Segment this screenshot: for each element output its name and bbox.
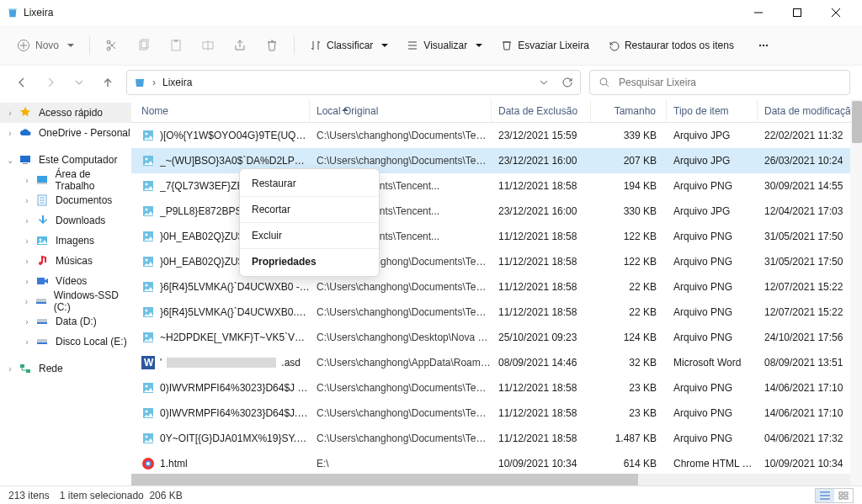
ctx-restore[interactable]: Restaurar — [240, 172, 379, 194]
sort-button[interactable]: Classificar — [301, 31, 396, 60]
sidebar-item-imagens[interactable]: ›Imagens — [0, 231, 131, 251]
col-name[interactable]: Nome — [141, 99, 310, 122]
ctx-properties[interactable]: Propriedades — [240, 251, 379, 273]
sidebar-item-data-d-[interactable]: ›Data (D:) — [0, 311, 131, 332]
rename-icon — [201, 39, 215, 52]
svg-text:W: W — [144, 357, 154, 369]
svg-point-51 — [146, 385, 148, 388]
search-input[interactable] — [617, 76, 841, 89]
status-selection: 1 item selecionado 206 KB — [60, 490, 183, 501]
copy-button[interactable] — [129, 31, 159, 60]
trash-icon — [501, 40, 513, 51]
svg-rect-16 — [37, 183, 47, 184]
more-button[interactable] — [749, 31, 778, 60]
table-row[interactable]: 0)IWVRMPFI64%3023}D64$J.pngC:\Users\chan… — [131, 401, 862, 426]
svg-point-47 — [146, 335, 148, 337]
breadcrumb[interactable]: Lixeira — [162, 77, 192, 88]
more-icon — [758, 40, 769, 51]
paste-button[interactable] — [161, 31, 191, 60]
sidebar-item-acesso-r-pido[interactable]: ›Acesso rápido — [0, 103, 131, 123]
sidebar-item--rea-de-trabalho[interactable]: ›Área de Trabalho — [0, 170, 131, 190]
search-box[interactable] — [589, 70, 850, 95]
search-icon — [599, 77, 610, 88]
scissors-icon — [105, 39, 119, 52]
sidebar-item-label: Documentos — [56, 194, 112, 206]
col-mod[interactable]: Data de modificaçã — [758, 99, 862, 122]
plus-circle-icon — [17, 39, 30, 52]
svg-rect-59 — [839, 492, 843, 495]
table-row[interactable]: }6[R4}5LVMKA(}`D4UCWXB0.pngC:\Users\chan… — [131, 300, 862, 325]
svg-rect-60 — [844, 492, 848, 495]
column-headers[interactable]: Nome Local Original Data de Exclusão Tam… — [131, 99, 862, 123]
sidebar-item-rede[interactable]: ›Rede — [0, 358, 131, 379]
share-button[interactable] — [225, 31, 255, 60]
sidebar-item-este-computador[interactable]: ⌄Este Computador — [0, 150, 131, 170]
forward-button[interactable] — [40, 72, 61, 93]
view-button[interactable]: Visualizar — [398, 31, 491, 60]
svg-rect-25 — [37, 322, 47, 324]
table-row[interactable]: )[O%{Y1W$OYO04G}9TE(UQP.jpgC:\Users\chan… — [131, 123, 862, 148]
svg-rect-15 — [37, 176, 47, 183]
table-row[interactable]: 1.htmlE:\10/09/2021 10:34614 KBChrome HT… — [131, 451, 862, 474]
svg-rect-21 — [37, 278, 45, 284]
close-button[interactable] — [817, 0, 855, 25]
sidebar-item-label: Área de Trabalho — [56, 168, 131, 192]
sidebar-item-label: Windows-SSD (C:) — [54, 289, 131, 313]
table-row[interactable]: }6[R4}5LVMKA(}`D4UCWXB0 - Copi...C:\User… — [131, 274, 862, 300]
rename-button[interactable] — [193, 31, 223, 60]
horizontal-scrollbar[interactable] — [131, 474, 855, 485]
svg-point-58 — [146, 462, 150, 465]
table-row[interactable]: W'.asdC:\Users\changhong\AppData\Roaming… — [131, 350, 862, 375]
view-toggle[interactable] — [815, 488, 854, 503]
svg-point-37 — [146, 209, 148, 211]
sidebar-item-windows-ssd-c-[interactable]: ›Windows-SSD (C:) — [0, 291, 131, 311]
svg-point-41 — [146, 259, 148, 262]
address-bar[interactable]: › Lixeira — [126, 70, 581, 95]
sidebar-item-m-sicas[interactable]: ›Músicas — [0, 251, 131, 271]
empty-bin-button[interactable]: Esvaziar Lixeira — [492, 31, 598, 60]
empty-label: Esvaziar Lixeira — [518, 40, 589, 51]
titlebar: Lixeira — [0, 0, 862, 25]
icons-view-icon[interactable] — [834, 489, 853, 502]
table-row[interactable]: 0Y~OIT[{G}DJA01MX%19}SY.pngC:\Users\chan… — [131, 426, 862, 451]
context-menu: Restaurar Recortar Excluir Propriedades — [239, 168, 380, 277]
svg-rect-62 — [844, 496, 848, 499]
svg-point-55 — [146, 436, 148, 438]
sidebar-item-label: Este Computador — [39, 154, 117, 166]
recent-button[interactable] — [69, 72, 89, 93]
nav-row: › Lixeira — [0, 66, 862, 99]
col-del[interactable]: Data de Exclusão — [492, 99, 591, 122]
svg-rect-14 — [23, 163, 28, 164]
cut-button[interactable] — [97, 31, 127, 60]
minimize-button[interactable] — [739, 0, 778, 25]
ctx-cut[interactable]: Recortar — [240, 199, 379, 220]
sidebar-item-onedrive-personal[interactable]: ›OneDrive - Personal — [0, 123, 131, 143]
sidebar-item-downloads[interactable]: ›Downloads — [0, 210, 131, 231]
recycle-bin-icon — [7, 7, 19, 19]
svg-point-12 — [600, 78, 607, 85]
table-row[interactable]: ~H2DPDKE[_VMKF}T~VK5`VT.pngC:\Users\chan… — [131, 325, 862, 350]
col-size[interactable]: Tamanho — [591, 99, 667, 122]
ctx-delete[interactable]: Excluir — [240, 225, 379, 247]
sidebar-item-disco-local-e-[interactable]: ›Disco Local (E:) — [0, 332, 131, 352]
details-view-icon[interactable] — [816, 489, 834, 502]
back-button[interactable] — [12, 72, 32, 93]
col-type[interactable]: Tipo de item — [667, 99, 758, 122]
sidebar-item-v-deos[interactable]: ›Vídeos — [0, 271, 131, 291]
sidebar-item-label: Imagens — [56, 235, 94, 247]
svg-rect-7 — [174, 40, 178, 42]
chevron-down-icon[interactable] — [540, 78, 548, 87]
sidebar-item-documentos[interactable]: ›Documentos — [0, 190, 131, 210]
delete-button[interactable] — [257, 31, 287, 60]
vertical-scrollbar[interactable] — [850, 99, 862, 485]
maximize-button[interactable] — [778, 0, 817, 25]
restore-all-button[interactable]: Restaurar todos os itens — [599, 31, 742, 60]
new-button[interactable]: Novo — [8, 31, 82, 60]
up-button[interactable] — [98, 72, 118, 93]
trash-icon — [265, 39, 279, 52]
table-row[interactable]: 0)IWVRMPFI64%3023}D64$J - Copi...C:\User… — [131, 375, 862, 401]
window-title: Lixeira — [24, 7, 53, 19]
restore-all-label: Restaurar todos os itens — [625, 40, 734, 51]
refresh-icon[interactable] — [561, 77, 573, 88]
col-orig[interactable]: Local Original — [310, 99, 492, 122]
